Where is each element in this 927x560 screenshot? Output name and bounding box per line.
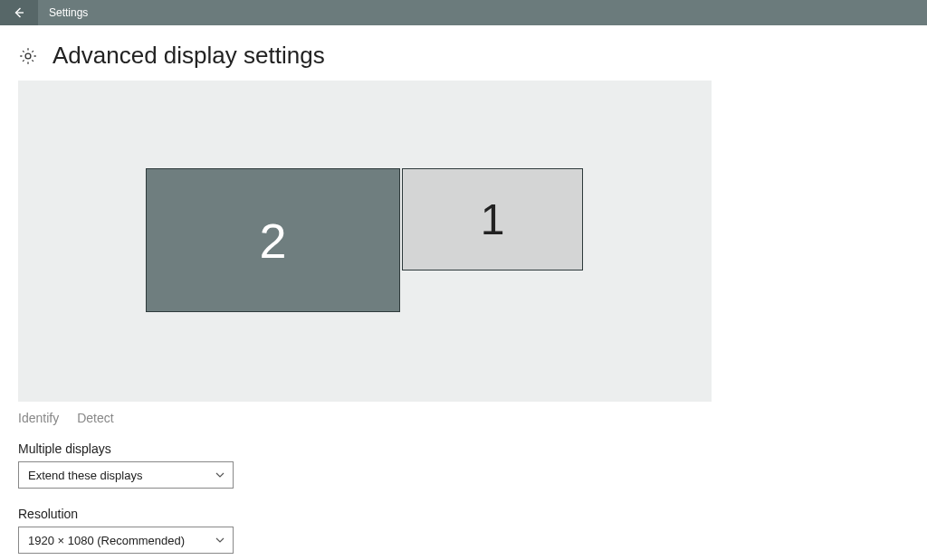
arrow-left-icon: [12, 5, 26, 20]
resolution-value: 1920 × 1080 (Recommended): [28, 534, 185, 547]
display-arrangement-area[interactable]: 2 1: [18, 81, 712, 402]
detect-link[interactable]: Detect: [77, 411, 113, 425]
monitor-1[interactable]: 1: [402, 168, 583, 271]
chevron-down-icon: [215, 470, 225, 480]
gear-icon: [18, 46, 38, 66]
back-button[interactable]: [0, 0, 38, 25]
display-action-links: Identify Detect: [18, 411, 909, 425]
svg-point-1: [25, 53, 31, 59]
resolution-label: Resolution: [18, 507, 909, 521]
chevron-down-icon: [215, 535, 225, 546]
page-title: Advanced display settings: [53, 42, 325, 70]
monitor-1-label: 1: [481, 195, 505, 244]
app-title: Settings: [38, 0, 88, 25]
monitor-2-label: 2: [259, 213, 286, 269]
monitor-2[interactable]: 2: [146, 168, 400, 312]
multiple-displays-value: Extend these displays: [28, 469, 142, 482]
titlebar: Settings: [0, 0, 927, 25]
page-header: Advanced display settings: [18, 42, 909, 70]
resolution-dropdown[interactable]: 1920 × 1080 (Recommended): [18, 527, 234, 554]
multiple-displays-dropdown[interactable]: Extend these displays: [18, 461, 234, 489]
multiple-displays-label: Multiple displays: [18, 441, 909, 456]
identify-link[interactable]: Identify: [18, 411, 59, 425]
content-area: Advanced display settings 2 1 Identify D…: [0, 25, 927, 560]
